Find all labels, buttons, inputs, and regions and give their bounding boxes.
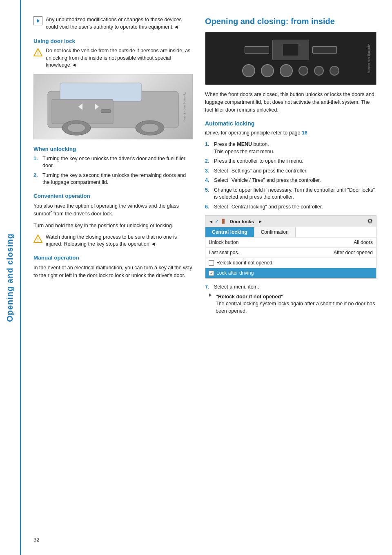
list-item: 2. Turning the key a second time unlocks… (33, 172, 193, 186)
sub-item-text: "Relock door if not opened" The central … (216, 293, 376, 315)
lock-after-checkmark[interactable]: ✓ (209, 271, 214, 276)
door-lock-warning: ! Do not lock the vehicle from the outsi… (33, 47, 193, 69)
manual-op-text: In the event of an electrical malfunctio… (33, 264, 193, 280)
list-num: 2. (33, 172, 40, 186)
automatic-locking-heading: Automatic locking (205, 120, 376, 127)
dashboard-image: Opening and closing (205, 32, 376, 85)
dashboard-image-caption: Opening and closing (368, 44, 371, 74)
right-body-text: When the front doors are closed, this bu… (205, 91, 376, 114)
convenient-op-heading: Convenient operation (33, 193, 193, 199)
list-num: 6. (205, 204, 212, 211)
list-item: 3. Select "Settings" and press the contr… (205, 168, 376, 175)
list-num: 2. (205, 158, 212, 165)
car-image: Opening and closing (33, 74, 193, 139)
list-item: 5. Change to upper field if necessary. T… (205, 187, 376, 201)
door-locks-ui: ◄ ✓ 🚪 Door locks ► ⚙ Central locking Con… (205, 215, 376, 279)
svg-text:!: ! (37, 237, 39, 243)
play-icon (33, 16, 42, 25)
door-locks-nav: ◄ ✓ 🚪 Door locks ► (209, 219, 263, 224)
door-locks-row-seat: Last seat pos. After door opened (205, 248, 376, 258)
svg-text:!: ! (37, 51, 39, 56)
car-illustration (44, 75, 183, 138)
tab-confirmation[interactable]: Confirmation (254, 227, 296, 237)
warning-triangle-icon: ! (33, 48, 42, 57)
list-item: 4. Select "Vehicle / Tires" and press th… (205, 177, 376, 184)
dash-top-row (245, 40, 337, 60)
sub-list-item: "Relock door if not opened" The central … (209, 293, 376, 315)
sidebar: Opening and closing (0, 0, 21, 555)
sidebar-label: Opening and closing (5, 233, 15, 322)
list-num: 4. (205, 177, 212, 184)
car-image-inner (34, 74, 192, 139)
when-unlocking-heading: When unlocking (33, 146, 193, 152)
nav-left-arrow: ◄ (209, 219, 213, 224)
list-item: 1. Press the MENU button.This opens the … (205, 141, 376, 155)
list-item: 1. Turning the key once unlocks the driv… (33, 155, 193, 170)
dashboard-image-inner (214, 40, 368, 77)
dash-vent-right (312, 46, 337, 54)
list-item: 2. Press the controller to open the i me… (205, 158, 376, 165)
list-item-text: Select "Settings" and press the controll… (214, 168, 307, 175)
list-item-text: Select a menu item: (214, 284, 259, 291)
dash-vent-left (245, 46, 269, 54)
right-column: Opening and closing: from inside (205, 16, 376, 539)
nav-icon: 🚪 (220, 219, 226, 224)
page-number: 32 (21, 537, 39, 543)
convenient-op-text1: You also have the option of operating th… (33, 202, 193, 218)
door-locks-row-relock: Relock door if not opened (205, 258, 376, 268)
door-locks-row-unlock: Unlock button All doors (205, 237, 376, 248)
dash-btn-6 (330, 66, 339, 76)
door-lock-warning-text: Do not lock the vehicle from the outside… (46, 47, 193, 69)
relock-label: Relock door if not opened (216, 260, 272, 266)
sub-item-label: "Relock door if not opened" (216, 294, 283, 300)
dash-btn-5 (314, 66, 324, 76)
lock-after-label: Lock after driving (216, 270, 254, 276)
convenient-op-warning: ! Watch during the closing process to be… (33, 234, 193, 248)
convenient-op-warning-text: Watch during the closing process to be s… (46, 234, 193, 248)
list-num: 1. (33, 155, 40, 170)
svg-point-10 (67, 123, 85, 132)
dash-button-row (242, 64, 339, 77)
dash-btn-4 (298, 66, 308, 76)
car-image-caption: Opening and closing (183, 92, 187, 121)
list-num: 1. (205, 141, 212, 155)
page-num-text: 32 (33, 537, 39, 543)
using-door-lock-heading: Using door lock (33, 38, 193, 44)
list-item-text: Press the controller to open the i menu. (214, 158, 303, 165)
tab-central-locking[interactable]: Central locking (205, 227, 254, 237)
unlock-button-value: All doors (354, 239, 373, 245)
door-locks-row-lock-after: ✓ Lock after driving (205, 268, 376, 278)
svg-rect-5 (101, 110, 111, 113)
main-content: Any unauthorized modifications or change… (21, 0, 392, 555)
list-item-text: Press the MENU button.This opens the sta… (214, 141, 274, 155)
door-locks-body: Unlock button All doors Last seat pos. A… (205, 237, 376, 278)
sub-item-desc: The central locking system locks again a… (216, 301, 375, 314)
dash-btn-3 (280, 64, 293, 77)
auto-lock-steps: 1. Press the MENU button.This opens the … (205, 141, 376, 210)
page-link: 16 (302, 130, 307, 136)
manual-op-heading: Manual operation (33, 255, 193, 261)
list-item-text: Turning the key a second time unlocks th… (42, 172, 193, 186)
svg-rect-3 (60, 83, 142, 101)
svg-point-11 (141, 123, 159, 132)
list-num: 7. (205, 284, 212, 291)
notice-text: Any unauthorized modifications or change… (46, 16, 193, 31)
left-column: Any unauthorized modifications or change… (33, 16, 193, 539)
sub-item-icon (209, 293, 212, 297)
list-item: 7. Select a menu item: (205, 284, 376, 291)
dash-center-display (272, 40, 309, 60)
sub-list: "Relock door if not opened" The central … (209, 293, 376, 315)
settings-icon[interactable]: ⚙ (367, 217, 373, 225)
step7-list: 7. Select a menu item: (205, 284, 376, 291)
list-item-text: Turning the key once unlocks the driver'… (42, 155, 193, 170)
notice-box: Any unauthorized modifications or change… (33, 16, 193, 31)
dash-btn-2 (261, 64, 274, 77)
unlock-button-label: Unlock button (209, 239, 238, 245)
door-locks-title: Door locks (229, 219, 254, 224)
dash-btn-1 (242, 64, 255, 77)
warning-triangle-icon-2: ! (33, 234, 42, 243)
right-main-heading: Opening and closing: from inside (205, 16, 376, 26)
idrive-intro: iDrive, for operating principle refer to… (205, 129, 376, 137)
relock-checkbox[interactable] (209, 260, 214, 266)
door-locks-header: ◄ ✓ 🚪 Door locks ► ⚙ (205, 216, 376, 227)
